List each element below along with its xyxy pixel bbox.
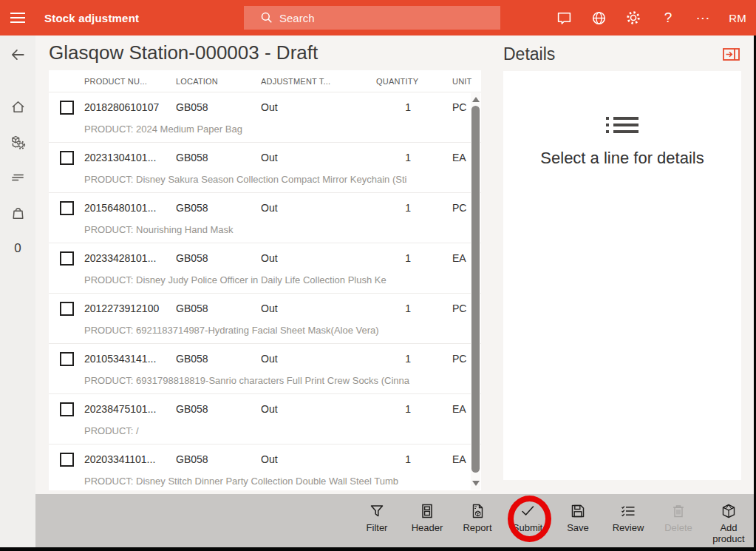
- add-product-button[interactable]: Add product: [704, 494, 754, 547]
- scroll-up-arrow[interactable]: [472, 97, 480, 102]
- cell-adjustment-type: Out: [261, 403, 376, 415]
- filter-icon: [369, 503, 385, 519]
- table-row[interactable]: 2018280610107 GB058 Out 1 PC PRODUCT: 20…: [49, 92, 481, 143]
- search-input[interactable]: Search: [244, 6, 500, 30]
- header-button[interactable]: Header: [402, 494, 452, 547]
- language-button[interactable]: [588, 0, 610, 36]
- review-button[interactable]: Review: [603, 494, 653, 547]
- nav-home-button[interactable]: [0, 89, 35, 124]
- app-title: Stock adjustment: [44, 12, 139, 24]
- back-arrow-icon: [10, 47, 26, 63]
- cell-adjustment-type: Out: [261, 252, 376, 264]
- nav-bag-button[interactable]: [0, 195, 35, 231]
- back-button[interactable]: [0, 37, 35, 72]
- feedback-icon: [556, 10, 572, 26]
- row-checkbox[interactable]: [60, 402, 74, 416]
- report-button[interactable]: Report: [452, 494, 503, 547]
- app-bar: Stock adjustment Search ? ·: [0, 0, 756, 36]
- page-title: Glasqow Station-000003 - Draft: [49, 41, 318, 64]
- row-checkbox[interactable]: [60, 251, 74, 266]
- cell-quantity: 1: [376, 202, 426, 214]
- cell-location: GB058: [176, 252, 261, 264]
- cell-product-description: PRODUCT: 6921183714987-Hydrating Facial …: [49, 323, 481, 338]
- adjustment-lines-table: PRODUCT NU... LOCATION ADJUSTMENT T... Q…: [49, 70, 481, 490]
- topbar-actions: ? ··· RM: [540, 0, 749, 36]
- table-row[interactable]: 20105343141... GB058 Out 1 PC PRODUCT: 6…: [49, 344, 481, 394]
- details-empty-state: Select a line for details: [503, 71, 741, 480]
- cell-product-number: 20105343141...: [84, 353, 176, 365]
- delete-trash-icon: [670, 503, 687, 519]
- row-checkbox[interactable]: [60, 101, 74, 115]
- submit-button[interactable]: Submit: [503, 494, 553, 547]
- details-empty-message: Select a line for details: [540, 149, 704, 168]
- save-button[interactable]: Save: [553, 494, 603, 547]
- save-icon: [570, 503, 586, 519]
- cell-location: GB058: [176, 152, 261, 163]
- cell-product-description: PRODUCT: Nourishing Hand Mask: [49, 223, 481, 237]
- cell-location: GB058: [176, 403, 261, 415]
- row-checkbox[interactable]: [60, 151, 74, 165]
- home-icon: [10, 99, 26, 115]
- row-checkbox[interactable]: [60, 302, 74, 316]
- cell-location: GB058: [176, 101, 261, 113]
- cell-quantity: 1: [376, 353, 426, 365]
- cell-product-description: PRODUCT: Disney Stitch Dinner Party Coll…: [49, 474, 481, 489]
- cell-product-number: 20238475101...: [84, 403, 176, 415]
- row-checkbox[interactable]: [60, 352, 74, 366]
- window-edge-bottom: [0, 547, 756, 551]
- cell-location: GB058: [176, 353, 261, 365]
- table-scrollbar[interactable]: [471, 93, 480, 490]
- cell-quantity: 1: [376, 453, 426, 465]
- cell-product-description: PRODUCT: 6931798818819-Sanrio characters…: [49, 373, 481, 388]
- table-row[interactable]: 2012273912100 GB058 Out 1 PC PRODUCT: 69…: [49, 294, 481, 344]
- cell-product-description: PRODUCT: 2024 Medium Paper Bag: [49, 122, 481, 137]
- cell-quantity: 1: [376, 403, 426, 415]
- row-checkbox[interactable]: [60, 201, 74, 215]
- lines-icon: [10, 169, 26, 186]
- feedback-button[interactable]: [553, 0, 575, 36]
- nav-journal-button[interactable]: [0, 160, 35, 195]
- header-icon: [419, 503, 435, 519]
- cell-product-description: PRODUCT: /: [49, 424, 481, 439]
- collapse-pane-icon: [723, 48, 740, 61]
- row-checkbox[interactable]: [60, 453, 74, 467]
- cell-product-number: 20203341101...: [84, 453, 176, 465]
- cell-product-number: 20156480101...: [84, 202, 176, 214]
- help-button[interactable]: ?: [657, 0, 679, 36]
- cell-quantity: 1: [376, 302, 426, 314]
- cell-product-number: 20231304101...: [84, 152, 176, 163]
- cell-product-number: 20233428101...: [84, 252, 176, 264]
- command-bar: Filter Header Report Submit: [35, 494, 754, 547]
- table-row[interactable]: 20231304101... GB058 Out 1 EA PRODUCT: D…: [49, 143, 481, 193]
- hamburger-button[interactable]: [0, 0, 35, 36]
- list-icon: [606, 117, 638, 137]
- col-quantity: QUANTITY: [376, 77, 426, 86]
- collapse-panel-button[interactable]: [721, 47, 741, 62]
- table-row[interactable]: 20156480101... GB058 Out 1 PC PRODUCT: N…: [49, 193, 481, 243]
- cell-adjustment-type: Out: [261, 453, 376, 465]
- search-icon: [260, 11, 273, 24]
- cell-adjustment-type: Out: [261, 202, 376, 214]
- gear-icon: [625, 10, 641, 26]
- filter-button[interactable]: Filter: [352, 494, 402, 547]
- account-button[interactable]: RM: [726, 12, 749, 24]
- cell-location: GB058: [176, 453, 261, 465]
- scrollbar-thumb[interactable]: [471, 106, 480, 473]
- table-header-row: PRODUCT NU... LOCATION ADJUSTMENT T... Q…: [49, 70, 481, 92]
- cell-adjustment-type: Out: [261, 101, 376, 113]
- col-unit: UNIT: [426, 77, 481, 86]
- cell-location: GB058: [176, 302, 261, 314]
- scroll-down-arrow[interactable]: [472, 481, 480, 486]
- main-area: Glasqow Station-000003 - Draft PRODUCT N…: [35, 36, 756, 551]
- settings-button[interactable]: [622, 0, 644, 36]
- cell-quantity: 1: [376, 101, 426, 113]
- more-button[interactable]: ···: [692, 0, 714, 36]
- table-row[interactable]: 20233428101... GB058 Out 1 EA PRODUCT: D…: [49, 243, 481, 294]
- globe-icon: [591, 10, 607, 26]
- table-row[interactable]: 20203341101... GB058 Out 1 EA PRODUCT: D…: [49, 444, 481, 490]
- search-placeholder: Search: [279, 12, 315, 24]
- col-adjustment-type: ADJUSTMENT T...: [261, 77, 376, 86]
- nav-products-button[interactable]: [0, 124, 35, 160]
- col-product-number: PRODUCT NU...: [84, 77, 176, 86]
- table-row[interactable]: 20238475101... GB058 Out 1 EA PRODUCT: /: [49, 394, 481, 444]
